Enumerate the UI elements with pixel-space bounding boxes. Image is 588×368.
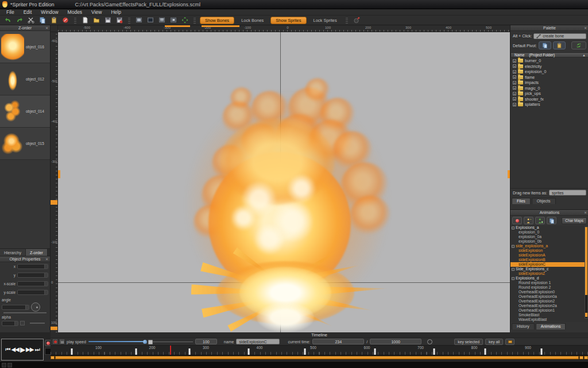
keyframe-tick[interactable] [189,348,191,355]
key-all-button[interactable]: key all [485,339,503,345]
animation-item-OverheadExplosion1[interactable]: OverheadExplosion1 [510,308,588,313]
collapse-icon[interactable]: − [512,227,514,229]
animation-item-OverheadExplosion0a[interactable]: OverheadExplosion0a [510,294,588,299]
copy-button[interactable] [38,17,47,24]
animation-item-sideExplosionA[interactable]: sideExplosionA [510,253,588,258]
animation-item-sideExplosion[interactable]: sideExplosion [510,248,588,253]
scrollbar-thumb[interactable] [585,227,587,295]
lock-bones-button[interactable]: Lock Bones [237,17,268,24]
zorder-close-icon[interactable]: ✕ [45,26,48,30]
tab-history[interactable]: History [512,323,535,329]
prop-x-input[interactable] [17,264,48,269]
scrollbar-bar[interactable] [55,356,579,359]
open-file-button[interactable] [92,17,101,24]
scroll-right-cap2[interactable] [584,356,588,359]
expand-icon[interactable]: + [513,81,516,85]
prop-yscale-input[interactable] [17,290,48,295]
zorder-item-object_016[interactable]: object_016 [0,31,50,63]
duplicate-animation-button[interactable] [535,217,545,224]
tab-hierarchy[interactable]: Hierarchy [0,249,26,256]
scroll-left-cap[interactable] [51,356,55,359]
folder-row-splatters[interactable]: +splatters [510,102,588,108]
keyframe-tick[interactable] [304,348,306,355]
object-properties-close-icon[interactable]: ✕ [45,258,48,261]
go-to-start-button[interactable]: ⏮ [5,347,10,352]
expand-icon[interactable]: + [513,86,516,90]
animations-header[interactable]: Animations ✕ [510,210,588,216]
keyframe-tick[interactable] [248,348,250,355]
keyframe-tick[interactable] [433,348,435,355]
menu-window[interactable]: Window [37,9,62,15]
collapse-icon[interactable]: − [512,277,514,280]
animation-name-input[interactable]: sideExplosionC [236,339,280,344]
prop-y-input[interactable] [17,273,48,278]
animations-close-icon[interactable]: ✕ [584,211,587,214]
folder-row-magic_0[interactable]: +magic_0 [510,86,588,91]
animation-item-Round explosion 1[interactable]: Round explosion 1 [510,281,588,285]
pivot-copy-button[interactable] [539,41,551,49]
folder-row-explosion_0[interactable]: +explosion_0 [510,69,588,75]
animation-group-Explosions_a[interactable]: −Explosions_a [510,225,588,230]
zoom-slider[interactable] [148,339,193,344]
view-mode-1-button[interactable] [134,17,144,24]
status-left-button[interactable] [2,363,6,367]
folder-row-impacts[interactable]: +impacts [510,80,588,86]
timeline-scrollbar[interactable] [51,355,588,360]
play-button[interactable]: ▶ [20,347,25,352]
folder-row-burner_0[interactable]: +burner_0 [510,58,588,64]
animation-item-sideExplosionB[interactable]: sideExplosionB [510,258,588,262]
alpha-toggle[interactable] [20,321,25,325]
total-time-input[interactable]: 1000 [370,339,421,344]
expand-icon[interactable]: + [513,97,516,101]
animation-group-Side_Explosions_c[interactable]: −Side_Explosions_c [510,267,588,271]
object-properties-header[interactable]: Object Properties ✕ [0,256,50,262]
record-animation-button[interactable] [512,217,522,224]
menu-modes[interactable]: Modes [64,9,87,15]
folder-row-flame[interactable]: +flame [510,75,588,80]
new-file-button[interactable] [80,17,90,24]
zorder-item-object_012[interactable]: object_012 [0,63,50,95]
zorder-panel-header[interactable]: Z-order ✕ [0,25,50,31]
bomb-tool-button[interactable] [352,17,361,24]
animation-item-explosion_0[interactable]: explosion_0 [510,230,588,235]
collapse-icon[interactable]: − [512,245,514,248]
next-frame-button[interactable]: ▶▶ [26,347,33,352]
angle-dial[interactable] [31,302,40,312]
keyframe-tick[interactable] [71,348,72,355]
menu-file[interactable]: File [2,9,18,15]
menu-view[interactable]: View [87,9,106,15]
view-mode-4-button[interactable] [169,17,178,24]
previous-frame-button[interactable]: ◀◀ [11,347,18,352]
angle-slider[interactable] [3,312,47,313]
pivot-paste-button[interactable] [553,41,566,49]
expand-icon[interactable]: + [513,92,516,95]
redo-button[interactable] [15,17,24,24]
folder-row-electricity[interactable]: +electricity [510,64,588,70]
refresh-button[interactable] [571,41,586,49]
animation-canvas[interactable] [58,32,510,332]
expand-icon[interactable]: + [513,59,516,63]
playhead[interactable] [170,346,171,355]
show-bones-button[interactable]: Show Bones [200,17,234,24]
animation-item-OverheadExplosion2[interactable]: OverheadExplosion2 [510,299,588,304]
view-mode-3-button[interactable] [157,17,167,24]
char-maps-button[interactable]: Char Maps [562,217,587,224]
animation-item-sideExplosionZ[interactable]: sideExplosionZ [510,271,588,276]
tab-animations[interactable]: Animations [536,323,566,329]
keyframe-tick[interactable] [374,348,376,355]
explosion-sprite[interactable] [58,32,510,332]
delete-button[interactable] [61,17,70,24]
animation-item-Round explosion 2[interactable]: Round explosion 2 [510,285,588,290]
animations-scrollbar[interactable] [585,227,588,319]
zorder-item-object_015[interactable]: object_015 [0,128,50,160]
copy-animation-button[interactable] [547,217,556,224]
drag-items-dropdown[interactable]: sprites [549,190,586,195]
tab-objects[interactable]: Objects [532,198,556,204]
expand-icon[interactable]: + [513,64,516,68]
tab-files[interactable]: Files [512,198,531,204]
play-speed-value[interactable]: 100 [195,339,217,344]
save-as-button[interactable] [115,17,124,24]
folder-row-shooter_fx[interactable]: +shooter_fx [510,97,588,102]
animation-item-OverheadExplosion0[interactable]: OverheadExplosion0 [510,290,588,294]
expand-icon[interactable]: + [513,103,516,106]
